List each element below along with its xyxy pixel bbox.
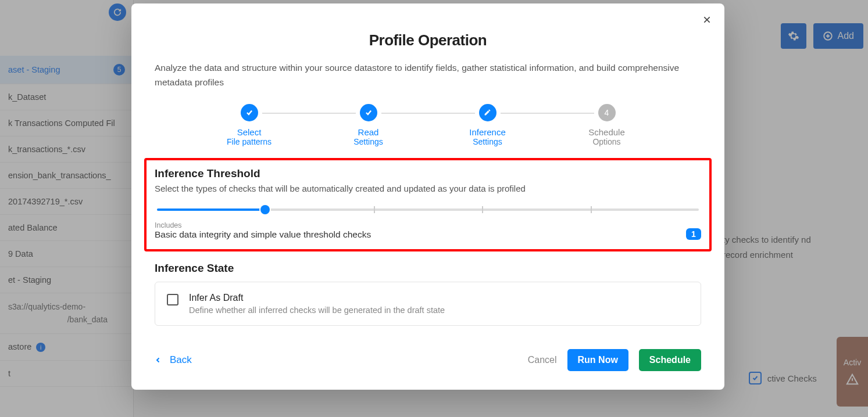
back-label: Back — [170, 354, 192, 366]
infer-as-draft-option[interactable]: Infer As Draft Define whether all inferr… — [155, 282, 701, 326]
threshold-count-badge: 1 — [686, 228, 701, 240]
step-inference[interactable]: Inference Settings — [428, 104, 547, 146]
infer-as-draft-label: Infer As Draft — [189, 293, 445, 303]
slider-tick — [591, 206, 592, 213]
step-sublabel: File patterns — [227, 137, 272, 146]
step-schedule[interactable]: 4 Schedule Options — [547, 104, 666, 146]
wizard-stepper: Select File patterns Read Settings Infer… — [155, 104, 701, 146]
edit-icon — [479, 104, 496, 121]
close-icon — [702, 15, 712, 24]
step-sublabel: Settings — [353, 137, 383, 146]
profile-operation-modal: Profile Operation Analyze the data and s… — [131, 3, 724, 390]
step-label: Select — [237, 127, 262, 137]
includes-label: Includes — [155, 221, 371, 229]
check-icon — [360, 104, 377, 121]
step-number-icon: 4 — [598, 104, 616, 121]
close-button[interactable] — [702, 14, 712, 27]
schedule-button[interactable]: Schedule — [639, 349, 701, 371]
includes-text: Basic data integrity and simple value th… — [155, 229, 371, 240]
threshold-subtitle: Select the types of checks that will be … — [155, 184, 701, 193]
cancel-button[interactable]: Cancel — [528, 355, 557, 365]
step-sublabel: Settings — [473, 137, 502, 146]
back-button[interactable]: Back — [155, 354, 192, 366]
chevron-left-icon — [155, 355, 162, 365]
step-label: Inference — [469, 127, 506, 137]
infer-as-draft-description: Define whether all inferred checks will … — [189, 305, 445, 315]
slider-tick — [482, 206, 483, 213]
modal-title: Profile Operation — [155, 31, 701, 49]
check-icon — [241, 104, 258, 121]
step-label: Read — [358, 127, 379, 137]
slider-fill — [157, 208, 265, 211]
run-now-button[interactable]: Run Now — [567, 349, 628, 371]
modal-footer: Back Cancel Run Now Schedule — [155, 349, 701, 371]
step-read[interactable]: Read Settings — [309, 104, 428, 146]
threshold-title: Inference Threshold — [155, 167, 701, 180]
modal-subtitle: Analyze the data and structure within yo… — [155, 61, 701, 90]
infer-as-draft-checkbox[interactable] — [167, 294, 178, 305]
inference-state-title: Inference State — [155, 262, 701, 275]
slider-thumb[interactable] — [260, 205, 270, 214]
step-label: Schedule — [588, 127, 625, 137]
step-select[interactable]: Select File patterns — [190, 104, 309, 146]
step-sublabel: Options — [592, 137, 620, 146]
threshold-slider[interactable] — [157, 204, 699, 215]
slider-tick — [374, 206, 375, 213]
inference-threshold-section: Inference Threshold Select the types of … — [144, 158, 712, 251]
